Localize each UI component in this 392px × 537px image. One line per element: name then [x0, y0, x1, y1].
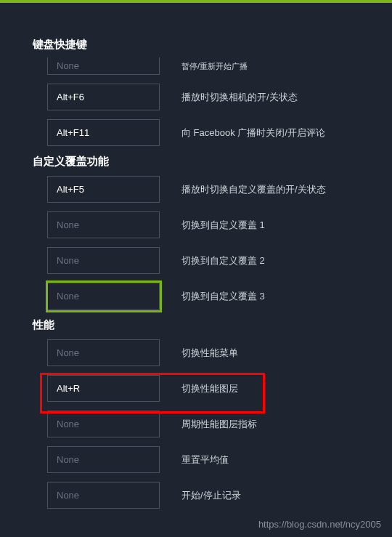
- section-title-custom-overlay: 自定义覆盖功能: [33, 155, 392, 169]
- hotkey-input[interactable]: None: [47, 482, 160, 509]
- hotkey-label: 切换到自定义覆盖 1: [181, 219, 265, 232]
- hotkey-label: 切换性能菜单: [181, 347, 238, 360]
- section-performance: 性能 None 切换性能菜单 Alt+R 切换性能图层 None 周期性能图层指…: [33, 318, 392, 509]
- hotkey-label: 暂停/重新开始广播: [181, 61, 248, 72]
- hotkey-row: Alt+F11 向 Facebook 广播时关闭/开启评论: [47, 119, 392, 146]
- hotkey-row: Alt+F5 播放时切换自定义覆盖的开/关状态: [47, 176, 392, 203]
- hotkey-row: Alt+F6 播放时切换相机的开/关状态: [47, 84, 392, 110]
- hotkey-input[interactable]: Alt+R: [47, 375, 160, 402]
- hotkey-label: 播放时切换自定义覆盖的开/关状态: [181, 183, 326, 196]
- hotkey-row: None 切换到自定义覆盖 1: [47, 211, 392, 238]
- section-keyboard: 键盘快捷键 None 暂停/重新开始广播 Alt+F6 播放时切换相机的开/关状…: [33, 38, 392, 146]
- hotkey-input[interactable]: Alt+F11: [47, 119, 160, 146]
- hotkey-input[interactable]: Alt+F6: [47, 84, 160, 110]
- hotkey-row: Alt+R 切换性能图层: [47, 375, 392, 402]
- section-title-keyboard: 键盘快捷键: [33, 38, 392, 52]
- section-custom-overlay: 自定义覆盖功能 Alt+F5 播放时切换自定义覆盖的开/关状态 None 切换到…: [33, 155, 392, 310]
- hotkey-label: 播放时切换相机的开/关状态: [181, 91, 298, 104]
- hotkey-input[interactable]: None: [47, 247, 160, 274]
- hotkey-label: 切换性能图层: [181, 382, 238, 395]
- hotkey-label: 向 Facebook 广播时关闭/开启评论: [181, 126, 325, 140]
- hotkey-row: None 重置平均值: [47, 446, 392, 473]
- section-title-performance: 性能: [33, 318, 392, 332]
- settings-content: 键盘快捷键 None 暂停/重新开始广播 Alt+F6 播放时切换相机的开/关状…: [0, 3, 392, 509]
- hotkey-label: 切换到自定义覆盖 3: [181, 290, 265, 303]
- hotkey-input[interactable]: Alt+F5: [47, 176, 160, 203]
- hotkey-row: None 切换到自定义覆盖 3: [47, 283, 392, 310]
- watermark-text: https://blog.csdn.net/ncy2005: [258, 519, 381, 530]
- hotkey-input[interactable]: None: [47, 446, 160, 473]
- hotkey-input[interactable]: None: [47, 283, 160, 310]
- hotkey-label: 切换到自定义覆盖 2: [181, 254, 265, 267]
- hotkey-label: 周期性能图层指标: [181, 418, 257, 431]
- hotkey-label: 开始/停止记录: [181, 489, 241, 502]
- hotkey-row: None 切换到自定义覆盖 2: [47, 247, 392, 274]
- hotkey-input[interactable]: None: [47, 57, 160, 75]
- hotkey-input[interactable]: None: [47, 211, 160, 238]
- hotkey-input[interactable]: None: [47, 411, 160, 437]
- hotkey-row: None 暂停/重新开始广播: [47, 57, 392, 75]
- hotkey-row: None 开始/停止记录: [47, 482, 392, 509]
- hotkey-row: None 周期性能图层指标: [47, 411, 392, 437]
- hotkey-row: None 切换性能菜单: [47, 339, 392, 366]
- hotkey-label: 重置平均值: [181, 453, 229, 467]
- hotkey-input[interactable]: None: [47, 339, 160, 366]
